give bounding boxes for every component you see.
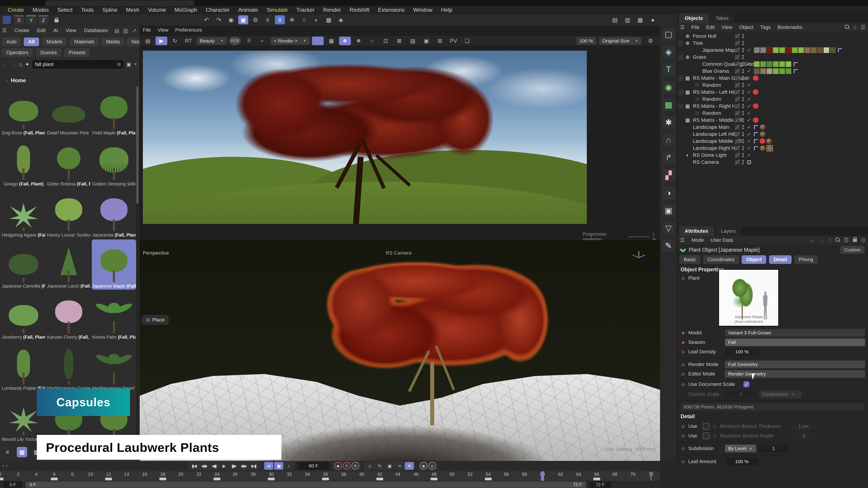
material-swatch[interactable] [785, 47, 792, 53]
rs-icon[interactable] [753, 103, 758, 109]
object-row[interactable]: − ▦ RS Matrix - Right Hill [677, 103, 868, 109]
freeze-icon[interactable]: ❄ [339, 37, 351, 45]
material-swatch[interactable] [792, 47, 798, 53]
object-row[interactable]: − ∷ Random [677, 96, 868, 103]
max-branch-field[interactable]: 3 [790, 432, 817, 440]
object-row[interactable]: − ▦ RS Matrix - Middle Hill [677, 117, 868, 124]
circle-icon[interactable]: ○ [366, 37, 378, 45]
dither-icon[interactable]: ⠿ [243, 37, 255, 45]
material-swatch[interactable] [773, 47, 779, 53]
cycle-button[interactable]: ◎ [428, 462, 436, 470]
layer-box[interactable] [735, 62, 740, 67]
keyframe-marker[interactable] [322, 478, 329, 480]
filter-chip[interactable]: Models [42, 37, 67, 46]
check-icon[interactable] [746, 75, 752, 81]
asset-item[interactable]: Japanese Maple (Fall, ... [92, 239, 136, 290]
object-name[interactable]: Landscape Main [693, 124, 729, 130]
noentry-icon[interactable] [767, 145, 773, 151]
refresh-icon[interactable]: ↻ [169, 37, 181, 45]
menu-item[interactable]: Help [441, 7, 452, 13]
transport-button[interactable]: ▶ [219, 462, 228, 470]
expand-toggle[interactable]: − [678, 90, 683, 94]
rotation-key-icon[interactable]: ↻ [375, 462, 384, 470]
material-swatch[interactable] [767, 68, 772, 74]
asset-item[interactable]: Golden Weeping Willo... [92, 137, 136, 188]
panel-icon[interactable]: ▥ [123, 28, 128, 34]
material-swatch[interactable] [767, 61, 772, 67]
breadcrumb-label[interactable]: Home [11, 77, 26, 84]
object-row[interactable]: − Landscape Left Hill [677, 131, 868, 138]
keyframe-marker[interactable] [105, 478, 112, 480]
menu-item[interactable]: Spline [102, 7, 118, 13]
flag-icon[interactable] [793, 68, 799, 74]
timeline-corner-icons[interactable]: ‹› [2, 463, 7, 469]
symmetry-icon[interactable]: ▞ [662, 169, 675, 182]
crop-icon[interactable]: ⌐ [256, 37, 268, 45]
keyframe-settings-button[interactable]: ⚙ [351, 462, 359, 470]
asset-item[interactable]: Mediterranean Dwarf ... [92, 341, 136, 392]
text-tool-icon[interactable]: T [662, 63, 675, 76]
check-icon[interactable] [746, 61, 752, 67]
filter-chip[interactable]: Scenes [36, 48, 61, 57]
field-icon[interactable]: ✱ [662, 116, 675, 129]
autokey-button[interactable]: A [343, 462, 350, 470]
stripes-icon[interactable]: ▨ [407, 37, 418, 45]
custom-scale-unit-dropdown[interactable]: Centimeters▼ [759, 390, 802, 398]
check-icon[interactable] [746, 96, 752, 102]
visibility-dots[interactable] [742, 104, 744, 108]
shading-icon[interactable]: ◑ [662, 187, 675, 199]
sweep-icon[interactable]: ∩ [662, 134, 675, 147]
primitive-cube-icon[interactable]: ◈ [662, 46, 675, 58]
sphere-icon[interactable] [760, 145, 766, 151]
model-dropdown[interactable]: Variant 3 Full-Grown [725, 329, 865, 337]
image-icon[interactable]: ▣ [421, 37, 432, 45]
object-name[interactable]: Random [702, 110, 721, 116]
filter-box-icon[interactable]: ▣ [126, 61, 131, 67]
range-start-field[interactable]: 0 F [3, 482, 22, 488]
visibility-dots[interactable] [742, 62, 744, 66]
search-input[interactable]: fall plant ⊗ [32, 60, 124, 69]
asset-item[interactable]: Jacaranda (Fall, Plant) [92, 188, 136, 238]
asset-item[interactable]: Kanzan Cherry (Fall, Pl... [46, 291, 91, 341]
check-icon[interactable] [746, 138, 752, 144]
array-icon[interactable]: ▦ [324, 15, 334, 24]
material-swatch[interactable] [804, 47, 810, 53]
menu-item[interactable]: Render [323, 7, 341, 13]
object-name[interactable]: Landscape Right Hill [693, 145, 739, 151]
scale-key-icon[interactable]: ▣ [385, 462, 394, 470]
visibility-dots[interactable] [742, 153, 744, 157]
visibility-dots[interactable] [742, 55, 744, 59]
visibility-dots[interactable] [742, 69, 744, 73]
keyframe-marker[interactable] [376, 478, 383, 480]
object-row[interactable]: − Common Quaking Grass [677, 61, 868, 68]
transport-button[interactable]: ▶▮ [249, 462, 258, 470]
layer-box[interactable] [735, 55, 740, 60]
menu-item[interactable]: Mesh [126, 7, 140, 13]
search-icon[interactable] [845, 24, 849, 31]
list-view-icon[interactable]: ≡ [2, 447, 13, 457]
rs-icon[interactable] [753, 75, 758, 81]
forward-arrow-icon[interactable]: → [10, 61, 16, 68]
layer-box[interactable] [735, 41, 740, 46]
layer-box[interactable] [735, 34, 740, 39]
pv-icon[interactable]: PV [447, 37, 459, 45]
menu-item[interactable]: Animate [238, 7, 258, 13]
material-swatch[interactable] [754, 68, 760, 74]
key-diamond-icon[interactable]: ◆ [681, 340, 686, 345]
sound-button[interactable]: ♪ [284, 462, 293, 470]
target-icon[interactable]: ⊙ [861, 237, 866, 243]
preview-range-slider[interactable]: 0 F 72 F [26, 482, 586, 488]
custom-button[interactable]: Custom [840, 246, 865, 254]
playhead[interactable] [541, 471, 544, 481]
target-icon[interactable] [746, 159, 752, 165]
material-swatch[interactable] [779, 61, 785, 67]
redo-icon[interactable]: ↷ [214, 15, 224, 24]
menu-item[interactable]: Edit [706, 24, 715, 30]
layer-box[interactable] [735, 160, 740, 165]
menu-item[interactable]: Databases [84, 28, 108, 33]
visibility-dots[interactable] [742, 111, 744, 115]
panel-tab[interactable]: Takes [710, 13, 735, 23]
editor-mode-dropdown[interactable]: Render Geometry [725, 370, 865, 378]
focus-icon[interactable]: ⊡ [380, 37, 392, 45]
instance-icon[interactable]: ↱ [662, 151, 675, 164]
